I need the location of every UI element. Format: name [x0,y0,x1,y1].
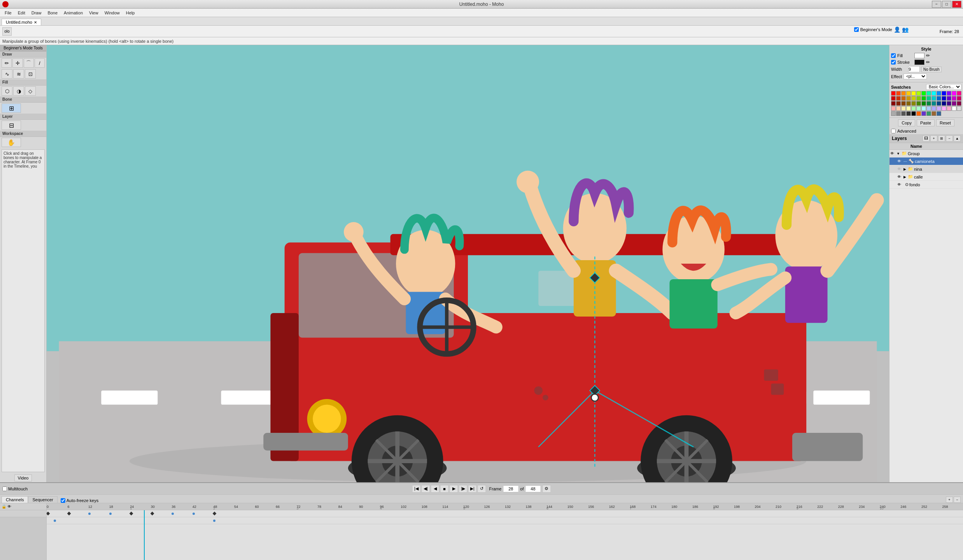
video-button[interactable]: Video [14,474,32,481]
layer-row-nina[interactable]: 👁 ▶ 📁 nina [889,165,963,173]
warp-tool[interactable]: ⊡ [25,69,36,79]
options-button[interactable]: ⚙ [542,485,551,493]
multitouch-checkbox[interactable] [2,486,7,491]
bucket-tool[interactable]: ◑ [13,86,24,96]
pencil-tool[interactable]: ✏ [2,58,12,68]
swatch-cell-12[interactable] [952,91,956,96]
reset-button[interactable]: Reset [936,119,954,126]
width-input[interactable] [908,66,920,72]
move-tool[interactable]: ✛ [12,58,23,68]
layer-row-camioneta[interactable]: 👁 — 🦴 camioneta [889,158,963,165]
animation-canvas[interactable] [47,45,889,482]
swatch-cell-33[interactable] [916,101,921,106]
channels-tab[interactable]: Channels [2,496,28,503]
toolbar-icon[interactable]: olo [2,27,12,36]
swatch-cell-16[interactable] [901,96,906,101]
swatch-cell-46[interactable] [911,106,916,111]
menu-draw[interactable]: Draw [28,10,45,16]
play-back-button[interactable]: ◀ [431,485,439,493]
swatch-cell-63[interactable] [926,111,931,116]
swatch-cell-26[interactable] [952,96,956,101]
swatch-cell-64[interactable] [931,111,936,116]
swatch-cell-30[interactable] [901,101,906,106]
swatch-cell-5[interactable] [916,91,921,96]
swatch-cell-41[interactable] [957,101,961,106]
bone-tool[interactable]: ⊞ [2,103,21,113]
total-frames-input[interactable] [525,485,541,492]
swatch-cell-45[interactable] [906,106,911,111]
swatch-cell-51[interactable] [937,106,941,111]
layer-tool[interactable]: ⊟ [2,121,21,130]
menu-bone[interactable]: Bone [44,10,61,16]
swatch-cell-1[interactable] [896,91,901,96]
shape-tool[interactable]: ∿ [2,69,12,79]
no-brush-button[interactable]: No Brush [921,66,942,72]
swatch-cell-0[interactable] [891,91,896,96]
swatch-cell-53[interactable] [947,106,951,111]
swatch-cell-40[interactable] [952,101,956,106]
swatch-cell-57[interactable] [896,111,901,116]
swatch-cell-3[interactable] [906,91,911,96]
swatch-cell-44[interactable] [901,106,906,111]
play-forward-button[interactable]: ▶ [450,485,458,493]
swatch-cell-22[interactable] [931,96,936,101]
layer-row-calle[interactable]: 👁 ▶ 📁 calle [889,173,963,181]
swatch-cell-56[interactable] [891,111,896,116]
file-tab[interactable]: Untitled.moho ✕ [2,19,41,25]
swatch-cell-55[interactable] [957,106,961,111]
copy-button[interactable]: Copy [898,119,915,126]
swatch-cell-37[interactable] [937,101,941,106]
swatch-cell-49[interactable] [926,106,931,111]
fill-checkbox[interactable] [891,53,896,58]
timeline-scroll-area[interactable]: 0612182430364248546066727884909610210811… [47,503,963,560]
tl-zoom-out[interactable]: − [954,497,961,503]
close-button[interactable]: ✕ [952,1,961,8]
swatch-cell-35[interactable] [926,101,931,106]
layers-tool-2[interactable]: + [930,135,937,142]
swatch-cell-11[interactable] [947,91,951,96]
swatch-cell-28[interactable] [891,101,896,106]
swatch-cell-48[interactable] [921,106,926,111]
swatch-cell-50[interactable] [931,106,936,111]
step-forward-button[interactable]: |▶ [459,485,467,493]
swatch-cell-24[interactable] [942,96,946,101]
noise-tool[interactable]: ≋ [13,69,24,79]
minimize-button[interactable]: − [932,1,941,8]
swatch-cell-20[interactable] [921,96,926,101]
paste-button[interactable]: Paste [917,119,935,126]
menu-file[interactable]: File [2,10,15,16]
layer-row-group[interactable]: 👁 ▼ 📁 Group [889,150,963,158]
layers-tool-1[interactable]: 🎞 [923,135,930,142]
swatch-cell-21[interactable] [926,96,931,101]
swatch-preset-select[interactable]: Basic Colors... [926,84,961,90]
swatch-cell-23[interactable] [937,96,941,101]
swatch-cell-62[interactable] [921,111,926,116]
swatch-cell-7[interactable] [926,91,931,96]
current-frame-input[interactable] [503,485,518,492]
menu-help[interactable]: Help [123,10,138,16]
timeline-content[interactable] [47,510,963,560]
loop-button[interactable]: ↺ [478,485,486,493]
layers-tool-4[interactable]: − [946,135,953,142]
menu-animation[interactable]: Animation [61,10,86,16]
swatch-cell-10[interactable] [942,91,946,96]
swatch-cell-65[interactable] [937,111,941,116]
menu-view[interactable]: View [86,10,102,16]
swatch-cell-38[interactable] [942,101,946,106]
swatch-cell-14[interactable] [891,96,896,101]
file-tab-close[interactable]: ✕ [34,20,37,24]
stop-button[interactable]: ■ [440,485,449,493]
swatch-cell-31[interactable] [906,101,911,106]
menu-window[interactable]: Window [102,10,123,16]
swatch-cell-54[interactable] [952,106,956,111]
fill-tool[interactable]: ⬡ [2,86,12,96]
swatch-cell-27[interactable] [957,96,961,101]
swatch-cell-36[interactable] [931,101,936,106]
swatch-cell-19[interactable] [916,96,921,101]
effect-select[interactable]: <pl... [903,74,927,79]
swatch-cell-4[interactable] [911,91,916,96]
curve-tool[interactable]: ⌒ [24,58,34,68]
swatch-cell-18[interactable] [911,96,916,101]
swatch-cell-13[interactable] [957,91,961,96]
stroke-pencil-icon[interactable]: ✏ [926,60,930,65]
